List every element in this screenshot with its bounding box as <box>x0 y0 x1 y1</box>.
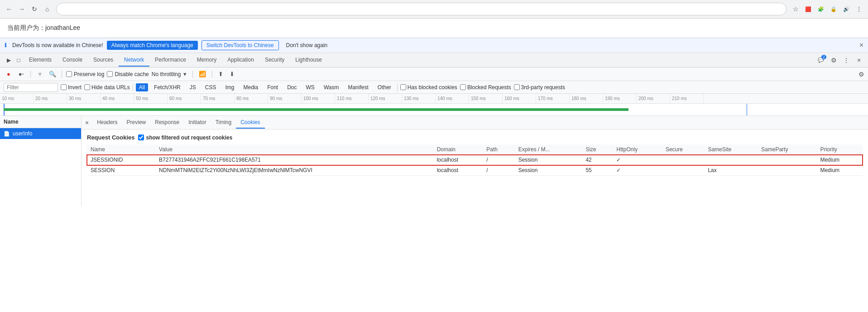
timeline-label-130ms: 130 ms <box>402 94 436 103</box>
record-button[interactable]: ● <box>4 69 14 79</box>
tab-application[interactable]: Application <box>222 54 259 67</box>
devtools-close-button[interactable]: × <box>854 55 864 66</box>
switch-devtools-button[interactable]: Switch DevTools to Chinese <box>201 40 279 50</box>
filter-input[interactable] <box>4 83 58 92</box>
detail-tab-preview[interactable]: Preview <box>122 117 151 129</box>
ext3-button[interactable]: 🔒 <box>828 4 839 14</box>
cell-size: 42 <box>582 155 613 165</box>
cell-priority: Medium <box>816 155 863 165</box>
filter-type-css[interactable]: CSS <box>202 83 220 91</box>
hide-data-urls-checkbox[interactable] <box>84 84 90 90</box>
tab-network[interactable]: Network <box>119 54 149 67</box>
has-blocked-cookies-label[interactable]: Has blocked cookies <box>400 84 457 91</box>
timeline-label-80ms: 80 ms <box>235 94 268 103</box>
disable-cache-label[interactable]: Disable cache <box>107 71 149 77</box>
devtools-settings-button[interactable]: ⚙ <box>828 55 839 66</box>
filter-bar: Invert Hide data URLs All Fetch/XHR JS C… <box>0 81 868 94</box>
detail-tab-timing[interactable]: Timing <box>211 117 236 129</box>
devtools-more-button[interactable]: ⋮ <box>841 55 852 66</box>
filter-type-wasm[interactable]: Wasm <box>321 83 342 91</box>
filter-type-img[interactable]: Img <box>222 83 237 91</box>
page-content: 当前用户为：jonathanLee <box>0 19 868 38</box>
blocked-requests-checkbox[interactable] <box>460 84 466 90</box>
cell-value: NDNmMTNiM2EtZTc2Yi00NzNhLWI3ZjEtMmIwNzNl… <box>155 165 433 176</box>
detail-tab-headers[interactable]: Headers <box>92 117 122 129</box>
tab-security[interactable]: Security <box>259 54 290 67</box>
timeline-label-150ms: 150 ms <box>469 94 503 103</box>
back-button[interactable]: ← <box>4 4 14 14</box>
third-party-requests-label[interactable]: 3rd-party requests <box>514 84 565 91</box>
timeline-label-30ms: 30 ms <box>67 94 101 103</box>
reload-button[interactable]: ↻ <box>29 4 40 14</box>
filter-type-doc[interactable]: Doc <box>284 83 300 91</box>
tab-memory[interactable]: Memory <box>192 54 222 67</box>
detail-tab-response[interactable]: Response <box>150 117 184 129</box>
detail-tab-initiator[interactable]: Initiator <box>184 117 211 129</box>
tab-sources[interactable]: Sources <box>88 54 119 67</box>
hide-data-urls-label[interactable]: Hide data URLs <box>84 84 130 91</box>
forward-button[interactable]: → <box>16 4 27 14</box>
match-language-button[interactable]: Always match Chrome's language <box>107 41 198 50</box>
tab-elements[interactable]: Elements <box>24 54 57 67</box>
show-filtered-checkbox[interactable] <box>138 134 144 140</box>
devtools-responsive-btn[interactable]: □ <box>14 55 24 65</box>
show-filtered-label[interactable]: show filtered out request cookies <box>138 134 232 141</box>
blocked-requests-label[interactable]: Blocked Requests <box>460 84 511 91</box>
tab-performance[interactable]: Performance <box>149 54 192 67</box>
dont-show-again-button[interactable]: Don't show again <box>283 41 331 50</box>
invert-checkbox[interactable] <box>61 84 67 90</box>
info-close-button[interactable]: × <box>859 41 863 49</box>
cell-samesite <box>704 155 758 165</box>
cookies-panel: Request Cookies show filtered out reques… <box>82 130 868 206</box>
star-button[interactable]: ☆ <box>790 4 801 14</box>
detail-tab-cookies[interactable]: Cookies <box>236 117 264 129</box>
filter-toggle-button[interactable]: ▿ <box>35 69 45 79</box>
throttle-arrow[interactable]: ▾ <box>182 70 188 78</box>
menu-button[interactable]: ⋮ <box>854 4 864 14</box>
filter-type-js[interactable]: JS <box>187 83 199 91</box>
filter-type-fetch[interactable]: Fetch/XHR <box>151 83 184 91</box>
ext1-button[interactable]: 🟥 <box>803 4 814 14</box>
disable-cache-checkbox[interactable] <box>107 71 113 77</box>
devtools-tab-actions: 💬2 ⚙ ⋮ × <box>815 55 864 66</box>
devtools-cursor-btn[interactable]: ▶ <box>4 55 14 65</box>
preserve-log-label[interactable]: Preserve log <box>66 71 104 77</box>
timeline-label-60ms: 60 ms <box>168 94 201 103</box>
network-settings-button[interactable]: ⚙ <box>858 71 864 78</box>
browser-actions: ☆ 🟥 🧩 🔒 🔊 ⋮ <box>790 4 864 14</box>
home-button[interactable]: ⌂ <box>42 4 53 14</box>
toolbar-separator-1 <box>30 71 31 78</box>
nav-buttons: ← → ↻ ⌂ <box>4 4 53 14</box>
filter-type-other[interactable]: Other <box>374 83 394 91</box>
download-button[interactable]: ⬇ <box>228 70 236 78</box>
search-button[interactable]: 🔍 <box>48 69 58 79</box>
address-input[interactable]: localhost:8081/userInfo <box>62 6 781 13</box>
filter-type-ws[interactable]: WS <box>303 83 318 91</box>
tab-lighthouse[interactable]: Lighthouse <box>290 54 327 67</box>
cell-secure <box>662 165 704 176</box>
detail-close-button[interactable]: × <box>85 119 89 126</box>
third-party-requests-checkbox[interactable] <box>514 84 520 90</box>
timeline-blue-line <box>747 104 747 115</box>
tab-console[interactable]: Console <box>57 54 88 67</box>
wifi-icon-button[interactable]: 📶 <box>197 70 208 78</box>
has-blocked-cookies-checkbox[interactable] <box>400 84 406 90</box>
invert-filter-label[interactable]: Invert <box>61 84 82 91</box>
ext4-button[interactable]: 🔊 <box>841 4 852 14</box>
ext2-button[interactable]: 🧩 <box>815 4 826 14</box>
preserve-log-checkbox[interactable] <box>66 71 72 77</box>
filter-type-font[interactable]: Font <box>264 83 281 91</box>
filter-type-manifest[interactable]: Manifest <box>345 83 371 91</box>
toolbar-separator-2 <box>62 71 62 78</box>
name-item-userinfo[interactable]: 📄 userInfo <box>0 128 81 139</box>
chat-button[interactable]: 💬2 <box>815 55 826 66</box>
table-row[interactable]: JSESSIONID B7277431946A2FFC921F661C198EA… <box>87 155 863 165</box>
info-icon: ℹ <box>5 42 7 48</box>
filter-type-all[interactable]: All <box>136 83 148 91</box>
cell-domain: localhost <box>433 165 483 176</box>
clear-button[interactable]: ●× <box>16 69 26 79</box>
col-name: Name <box>87 144 155 155</box>
table-row[interactable]: SESSION NDNmMTNiM2EtZTc2Yi00NzNhLWI3ZjEt… <box>87 165 863 176</box>
upload-button[interactable]: ⬆ <box>216 70 225 78</box>
filter-type-media[interactable]: Media <box>240 83 261 91</box>
